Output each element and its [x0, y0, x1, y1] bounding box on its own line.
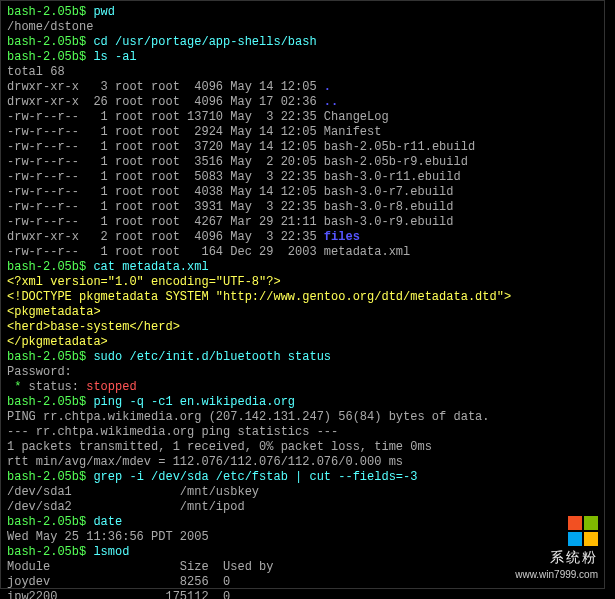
- ls-meta: drwxr-xr-x 2 root root 4096 May 3 22:35: [7, 230, 324, 244]
- ping-stats-2: rtt min/avg/max/mdev = 112.076/112.076/1…: [7, 455, 403, 469]
- ls-filename: Manifest: [324, 125, 382, 139]
- cmd-pwd[interactable]: pwd: [93, 5, 115, 19]
- shell-prompt: bash-2.05b$: [7, 350, 93, 364]
- ls-row: -rw-r--r-- 1 root root 164 Dec 29 2003 m…: [7, 245, 598, 260]
- ls-row: drwxr-xr-x 3 root root 4096 May 14 12:05…: [7, 80, 598, 95]
- ls-row: -rw-r--r-- 1 root root 13710 May 3 22:35…: [7, 110, 598, 125]
- shell-prompt: bash-2.05b$: [7, 50, 93, 64]
- ls-filename: ..: [324, 95, 338, 109]
- ping-header: PING rr.chtpa.wikimedia.org (207.142.131…: [7, 410, 489, 424]
- shell-prompt: bash-2.05b$: [7, 5, 93, 19]
- cmd-grep[interactable]: grep -i /dev/sda /etc/fstab | cut --fiel…: [93, 470, 417, 484]
- ls-meta: -rw-r--r-- 1 root root 3516 May 2 20:05: [7, 155, 324, 169]
- shell-prompt: bash-2.05b$: [7, 515, 93, 529]
- shell-prompt: bash-2.05b$: [7, 470, 93, 484]
- ls-filename: bash-3.0-r11.ebuild: [324, 170, 461, 184]
- ls-filename: ChangeLog: [324, 110, 389, 124]
- status-label: status:: [21, 380, 79, 394]
- cmd-ping[interactable]: ping -q -c1 en.wikipedia.org: [93, 395, 295, 409]
- cmd-cat[interactable]: cat metadata.xml: [93, 260, 208, 274]
- grep-row: /dev/sda2 /mnt/ipod: [7, 500, 245, 514]
- ls-row: -rw-r--r-- 1 root root 3720 May 14 12:05…: [7, 140, 598, 155]
- cmd-ls[interactable]: ls -al: [93, 50, 136, 64]
- ls-row: drwxr-xr-x 2 root root 4096 May 3 22:35 …: [7, 230, 598, 245]
- ls-row: -rw-r--r-- 1 root root 3931 May 3 22:35 …: [7, 200, 598, 215]
- ls-meta: -rw-r--r-- 1 root root 13710 May 3 22:35: [7, 110, 324, 124]
- ls-filename: bash-3.0-r9.ebuild: [324, 215, 454, 229]
- ls-meta: -rw-r--r-- 1 root root 4267 Mar 29 21:11: [7, 215, 324, 229]
- ls-meta: -rw-r--r-- 1 root root 3931 May 3 22:35: [7, 200, 324, 214]
- xml-decl: <?xml version="1.0" encoding="UTF-8"?>: [7, 275, 281, 289]
- ls-meta: -rw-r--r-- 1 root root 164 Dec 29 2003: [7, 245, 324, 259]
- shell-prompt: bash-2.05b$: [7, 395, 93, 409]
- xml-open: <pkgmetadata>: [7, 305, 101, 319]
- ls-meta: drwxr-xr-x 3 root root 4096 May 14 12:05: [7, 80, 324, 94]
- ls-filename: .: [324, 80, 331, 94]
- xml-herd: <herd>base-system</herd>: [7, 320, 180, 334]
- shell-prompt: bash-2.05b$: [7, 260, 93, 274]
- pwd-output: /home/dstone: [7, 20, 93, 34]
- cmd-cd[interactable]: cd /usr/portage/app-shells/bash: [93, 35, 316, 49]
- ls-row: -rw-r--r-- 1 root root 3516 May 2 20:05 …: [7, 155, 598, 170]
- ls-meta: -rw-r--r-- 1 root root 2924 May 14 12:05: [7, 125, 324, 139]
- cmd-sudo[interactable]: sudo /etc/init.d/bluetooth status: [93, 350, 331, 364]
- lsmod-row: ipw2200 175112 0: [7, 590, 230, 599]
- xml-doctype: <!DOCTYPE pkgmetadata SYSTEM "http://www…: [7, 290, 511, 304]
- ping-stats-1: 1 packets transmitted, 1 received, 0% pa…: [7, 440, 432, 454]
- shell-prompt: bash-2.05b$: [7, 545, 93, 559]
- ls-meta: drwxr-xr-x 26 root root 4096 May 17 02:3…: [7, 95, 324, 109]
- terminal[interactable]: bash-2.05b$ pwd/home/dstonebash-2.05b$ c…: [0, 0, 605, 589]
- ls-filename: bash-2.05b-r9.ebuild: [324, 155, 468, 169]
- ls-total: total 68: [7, 65, 65, 79]
- xml-close: </pkgmetadata>: [7, 335, 108, 349]
- ls-row: -rw-r--r-- 1 root root 4267 Mar 29 21:11…: [7, 215, 598, 230]
- cmd-date[interactable]: date: [93, 515, 122, 529]
- lsmod-row: joydev 8256 0: [7, 575, 230, 589]
- watermark-url: www.win7999.com: [515, 567, 598, 582]
- ls-filename: metadata.xml: [324, 245, 410, 259]
- ms-logo-icon: [568, 516, 598, 546]
- status-value: stopped: [79, 380, 137, 394]
- ls-row: -rw-r--r-- 1 root root 5083 May 3 22:35 …: [7, 170, 598, 185]
- ls-row: -rw-r--r-- 1 root root 2924 May 14 12:05…: [7, 125, 598, 140]
- ls-filename: bash-2.05b-r11.ebuild: [324, 140, 475, 154]
- ls-filename: bash-3.0-r8.ebuild: [324, 200, 454, 214]
- sudo-password: Password:: [7, 365, 72, 379]
- shell-prompt: bash-2.05b$: [7, 35, 93, 49]
- ls-meta: -rw-r--r-- 1 root root 5083 May 3 22:35: [7, 170, 324, 184]
- ls-meta: -rw-r--r-- 1 root root 3720 May 14 12:05: [7, 140, 324, 154]
- cmd-lsmod[interactable]: lsmod: [93, 545, 129, 559]
- grep-row: /dev/sda1 /mnt/usbkey: [7, 485, 259, 499]
- date-output: Wed May 25 11:36:56 PDT 2005: [7, 530, 209, 544]
- ls-row: drwxr-xr-x 26 root root 4096 May 17 02:3…: [7, 95, 598, 110]
- watermark-title: 系统粉: [515, 550, 598, 565]
- status-star: *: [7, 380, 21, 394]
- ls-filename: files: [324, 230, 360, 244]
- watermark: 系统粉www.win7999.com: [515, 516, 598, 582]
- lsmod-header: Module Size Used by: [7, 560, 273, 574]
- ls-filename: bash-3.0-r7.ebuild: [324, 185, 454, 199]
- ls-row: -rw-r--r-- 1 root root 4038 May 14 12:05…: [7, 185, 598, 200]
- ping-stats-hdr: --- rr.chtpa.wikimedia.org ping statisti…: [7, 425, 338, 439]
- ls-meta: -rw-r--r-- 1 root root 4038 May 14 12:05: [7, 185, 324, 199]
